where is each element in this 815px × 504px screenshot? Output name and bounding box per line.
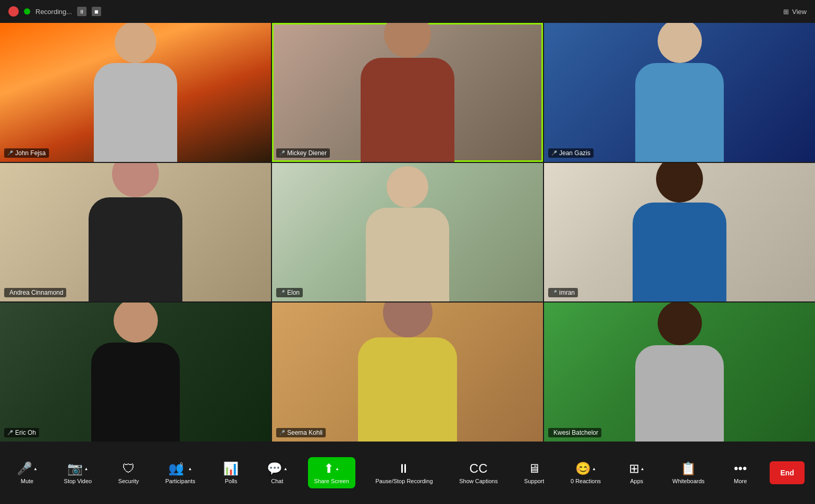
apps-chevron: ▲	[640, 467, 645, 471]
reactions-label: 0 Reactions	[571, 478, 601, 484]
mic-icon-jean: 🎤	[551, 150, 557, 156]
video-cell-jean-gazis: 🎤 Jean Gazis	[544, 23, 815, 162]
pause-recording-btn[interactable]: ⏸	[77, 7, 87, 16]
pause-recording-icon: ⏸	[398, 461, 410, 476]
share-screen-button[interactable]: ⬆ ▲ Share Screen	[308, 457, 355, 488]
support-label: Support	[524, 478, 545, 484]
chat-button[interactable]: 💬 ▲ Chat	[261, 457, 294, 488]
name-tag-mickey-diener: 🎤 Mickey Diener	[276, 148, 330, 158]
name-tag-john-fejsa: 🎤 John Fejsa	[4, 148, 49, 158]
mute-icon: 🎤	[17, 461, 32, 476]
end-button[interactable]: End	[770, 461, 804, 484]
name-tag-imran: 🎤 imran	[548, 288, 578, 297]
participants-label: Participants	[165, 478, 195, 484]
chat-chevron: ▲	[283, 467, 288, 471]
apps-icon: ⊞	[629, 461, 639, 476]
top-bar: Recording... ⏸ ⏹ ⊞ View	[0, 0, 815, 23]
name-tag-kwesi: Kwesi Batchelor	[548, 428, 601, 437]
video-cell-john-fejsa: 🎤 John Fejsa	[0, 23, 271, 162]
support-icon: 🖥	[528, 461, 540, 476]
apps-button[interactable]: ⊞ ▲ Apps	[621, 457, 652, 488]
participants-badge: 9	[180, 462, 183, 468]
pause-recording-label: Pause/Stop Recording	[375, 478, 433, 484]
security-label: Security	[118, 478, 139, 484]
chat-icon: 💬	[267, 461, 282, 476]
reactions-icon: 😊	[575, 461, 591, 476]
share-screen-icon: ⬆	[324, 461, 334, 476]
stop-video-icon: 📷	[67, 461, 83, 476]
mic-icon-seema: 🎤	[279, 430, 285, 435]
whiteboards-icon: 📋	[681, 461, 696, 476]
recording-dot	[24, 8, 30, 15]
security-icon: 🛡	[122, 461, 135, 476]
security-button[interactable]: 🛡 Security	[112, 457, 145, 488]
support-button[interactable]: 🖥 Support	[518, 457, 551, 488]
polls-icon: 📊	[223, 461, 239, 476]
video-cell-mickey-diener: 🎤 Mickey Diener	[272, 23, 543, 162]
participant-name-jean: Jean Gazis	[559, 149, 590, 157]
polls-label: Polls	[225, 478, 237, 484]
top-bar-left: Recording... ⏸ ⏹	[8, 6, 101, 17]
more-label: More	[734, 478, 747, 484]
polls-button[interactable]: 📊 Polls	[215, 457, 246, 488]
participant-name-andrea: Andrea Cinnamond	[9, 289, 63, 296]
more-button[interactable]: ••• More	[725, 457, 756, 488]
video-cell-seema: 🎤 Seema Kohli	[272, 303, 543, 442]
mic-icon-mickey: 🎤	[279, 150, 285, 156]
participant-name-john: John Fejsa	[15, 149, 46, 157]
video-cell-andrea: Andrea Cinnamond	[0, 163, 271, 302]
grid-icon: ⊞	[783, 8, 789, 16]
mic-icon-imran: 🎤	[551, 290, 557, 295]
participant-name-kwesi: Kwesi Batchelor	[553, 429, 598, 436]
stop-video-chevron: ▲	[84, 467, 88, 471]
view-label[interactable]: View	[792, 8, 807, 16]
show-captions-label: Show Captions	[459, 478, 498, 484]
stop-recording-btn[interactable]: ⏹	[92, 7, 101, 16]
mute-chevron: ▲	[33, 467, 38, 471]
apps-label: Apps	[630, 478, 643, 484]
top-bar-right: ⊞ View	[783, 8, 807, 16]
reactions-button[interactable]: 😊 ▲ 0 Reactions	[564, 457, 607, 488]
mute-button[interactable]: 🎤 ▲ Mute	[10, 457, 44, 488]
stop-video-label: Stop Video	[64, 478, 92, 484]
video-cell-eric-oh: 🎤 Eric Oh	[0, 303, 271, 442]
chat-label: Chat	[271, 478, 283, 484]
reactions-chevron: ▲	[592, 467, 596, 471]
whiteboards-button[interactable]: 📋 Whiteboards	[666, 457, 711, 488]
zoom-app-icon	[8, 6, 19, 17]
show-captions-button[interactable]: CC Show Captions	[453, 457, 504, 488]
video-cell-imran: 🎤 imran	[544, 163, 815, 302]
share-screen-label: Share Screen	[314, 478, 349, 484]
mic-icon-elon: 🎤	[279, 290, 285, 295]
participant-name-elon: Elon	[287, 289, 300, 296]
share-screen-chevron: ▲	[335, 467, 339, 471]
mic-icon-john: 🎤	[7, 150, 13, 156]
name-tag-elon: 🎤 Elon	[276, 288, 303, 297]
stop-video-button[interactable]: 📷 ▲ Stop Video	[58, 457, 98, 488]
participant-name-imran: imran	[559, 289, 575, 296]
participant-name-eric: Eric Oh	[15, 429, 36, 436]
mic-icon-eric: 🎤	[7, 430, 13, 435]
show-captions-icon: CC	[470, 461, 488, 476]
name-tag-andrea: Andrea Cinnamond	[4, 288, 66, 297]
toolbar: 🎤 ▲ Mute 📷 ▲ Stop Video 🛡 Security 👥 9 ▲…	[0, 442, 815, 504]
video-cell-kwesi: Kwesi Batchelor	[544, 303, 815, 442]
participant-name-mickey: Mickey Diener	[287, 149, 327, 157]
name-tag-eric-oh: 🎤 Eric Oh	[4, 428, 39, 437]
name-tag-seema: 🎤 Seema Kohli	[276, 428, 326, 437]
name-tag-jean-gazis: 🎤 Jean Gazis	[548, 148, 594, 158]
recording-label: Recording...	[35, 8, 72, 16]
video-cell-elon: 🎤 Elon	[272, 163, 543, 302]
pause-stop-recording-button[interactable]: ⏸ Pause/Stop Recording	[369, 457, 439, 488]
participants-chevron: ▲	[188, 467, 192, 471]
participant-name-seema: Seema Kohli	[287, 429, 323, 436]
whiteboards-label: Whiteboards	[672, 478, 705, 484]
mute-label: Mute	[21, 478, 33, 484]
participants-button[interactable]: 👥 9 ▲ Participants	[159, 457, 201, 488]
more-icon: •••	[734, 461, 747, 476]
video-grid: 🎤 John Fejsa 🎤 Mickey Diener 🎤 Jean Gazi…	[0, 23, 815, 442]
